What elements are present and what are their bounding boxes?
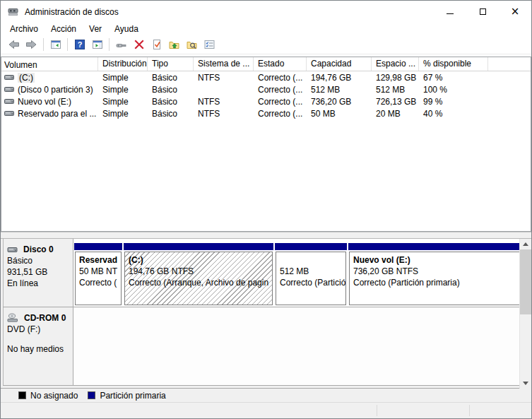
help-icon: ? bbox=[74, 39, 85, 50]
partition-reservado[interactable]: Reservad 50 MB NT Correcto ( bbox=[74, 243, 122, 305]
folder-up-button[interactable] bbox=[166, 37, 182, 52]
cell-distribucion: Simple bbox=[98, 109, 148, 119]
volume-list-pane: Volumen Distribución Tipo Sistema de ...… bbox=[1, 57, 531, 232]
cell-distribucion: Simple bbox=[98, 73, 148, 83]
close-icon: × bbox=[511, 6, 520, 17]
volume-row-reservado[interactable]: Reservado para el ... Simple Básico NTFS… bbox=[1, 107, 531, 119]
volume-row-e[interactable]: Nuevo vol (E:) Simple Básico NTFS Correc… bbox=[1, 95, 531, 107]
cell-capacidad: 736,20 GB bbox=[307, 97, 372, 107]
volume-icon bbox=[4, 110, 14, 117]
folder-up-icon bbox=[168, 39, 180, 50]
show-action-pane-button[interactable] bbox=[89, 37, 105, 52]
volume-row-c[interactable]: (C:) Simple Básico NTFS Correcto (... 19… bbox=[1, 71, 531, 83]
volume-row-particion3[interactable]: (Disco 0 partición 3) Simple Básico Corr… bbox=[1, 83, 531, 95]
cell-distribucion: Simple bbox=[98, 97, 148, 107]
folder-search-button[interactable] bbox=[184, 37, 200, 52]
console-tree-icon bbox=[50, 39, 61, 50]
action-pane-icon bbox=[92, 39, 103, 50]
disk0-partitions: Reservad 50 MB NT Correcto ( (C:) 194,76… bbox=[73, 239, 521, 307]
cell-estado: Correcto (... bbox=[254, 85, 307, 95]
cdrom-media-area[interactable] bbox=[73, 307, 519, 385]
delete-button[interactable] bbox=[131, 37, 147, 52]
minimize-button[interactable] bbox=[434, 1, 466, 23]
cell-espacio: 726,13 GB bbox=[372, 97, 419, 107]
folder-search-icon bbox=[186, 39, 198, 50]
toolbar-separator bbox=[109, 38, 110, 51]
scroll-up-button[interactable] bbox=[520, 239, 532, 249]
statusbar-separator bbox=[377, 405, 377, 416]
scrollbar-thumb[interactable] bbox=[520, 249, 532, 314]
pane-splitter[interactable] bbox=[1, 232, 531, 238]
disk-management-window: Administración de discos × Archivo Acció… bbox=[0, 0, 532, 419]
maximize-button[interactable] bbox=[466, 1, 499, 23]
column-header-filler bbox=[488, 57, 531, 71]
scrollbar-track[interactable] bbox=[520, 249, 532, 378]
column-header-distribucion[interactable]: Distribución bbox=[98, 57, 148, 71]
check-document-button[interactable] bbox=[148, 37, 165, 52]
column-header-volumen[interactable]: Volumen bbox=[1, 57, 98, 71]
volume-list-header: Volumen Distribución Tipo Sistema de ...… bbox=[1, 57, 531, 71]
volume-icon bbox=[4, 74, 14, 81]
cdrom-label[interactable]: CD-ROM 0 DVD (F:) No hay medios bbox=[3, 307, 73, 385]
show-console-tree-button[interactable] bbox=[47, 37, 64, 52]
vertical-scrollbar bbox=[519, 239, 531, 389]
column-header-sistema[interactable]: Sistema de ... bbox=[194, 57, 254, 71]
cdrom-type: DVD (F:) bbox=[7, 324, 70, 335]
partition-color-bar bbox=[275, 243, 347, 250]
back-icon bbox=[8, 39, 20, 50]
menu-ayuda[interactable]: Ayuda bbox=[108, 23, 145, 35]
caption-buttons: × bbox=[434, 1, 531, 23]
menu-bar: Archivo Acción Ver Ayuda bbox=[1, 23, 531, 35]
disk0-label[interactable]: Disco 0 Básico 931,51 GB En línea bbox=[3, 239, 73, 307]
back-button[interactable] bbox=[6, 37, 22, 52]
cdrom-status: No hay medios bbox=[7, 343, 70, 355]
disk-icon bbox=[7, 247, 18, 253]
forward-button[interactable] bbox=[23, 37, 40, 52]
cell-tipo: Básico bbox=[148, 73, 194, 83]
delete-icon bbox=[134, 39, 145, 50]
forward-icon bbox=[25, 39, 37, 50]
volume-name: Reservado para el ... bbox=[18, 109, 96, 119]
partition-c[interactable]: (C:) 194,76 GB NTFS Correcto (Arranque, … bbox=[124, 243, 273, 305]
cell-estado: Correcto (... bbox=[254, 109, 307, 119]
disk-graphical-pane: Disco 0 Básico 931,51 GB En línea Reserv… bbox=[1, 238, 531, 388]
column-header-disponible[interactable]: % disponible bbox=[419, 57, 488, 71]
partition-512mb[interactable]: 512 MB Correcto (Partició bbox=[275, 243, 347, 305]
column-header-capacidad[interactable]: Capacidad bbox=[307, 57, 372, 71]
help-button[interactable]: ? bbox=[71, 37, 88, 52]
menu-ver[interactable]: Ver bbox=[83, 23, 108, 35]
status-bar bbox=[1, 402, 531, 418]
column-header-espacio[interactable]: Espacio ... bbox=[372, 57, 419, 71]
column-header-tipo[interactable]: Tipo bbox=[148, 57, 194, 71]
scroll-up-icon bbox=[523, 242, 528, 246]
partition-e[interactable]: Nuevo vol (E:) 736,20 GB NTFS Correcto (… bbox=[348, 243, 521, 305]
cell-tipo: Básico bbox=[148, 97, 194, 107]
partition-size: 194,76 GB NTFS bbox=[129, 266, 272, 277]
statusbar-separator bbox=[469, 405, 470, 416]
disk0-type: Básico bbox=[7, 255, 70, 266]
tools-button[interactable] bbox=[113, 37, 129, 52]
window-title: Administración de discos bbox=[25, 7, 119, 17]
cell-tipo: Básico bbox=[148, 109, 194, 119]
menu-accion[interactable]: Acción bbox=[45, 23, 83, 35]
toolbar: ? bbox=[1, 35, 531, 54]
cell-capacidad: 194,76 GB bbox=[307, 73, 372, 83]
check-document-icon bbox=[151, 39, 162, 50]
cell-capacidad: 512 MB bbox=[307, 85, 372, 95]
tools-icon bbox=[115, 39, 127, 50]
column-header-estado[interactable]: Estado bbox=[254, 57, 307, 71]
cell-disponible: 99 % bbox=[419, 97, 488, 107]
partition-status: Correcto ( bbox=[79, 277, 121, 288]
properties-list-button[interactable] bbox=[201, 37, 218, 52]
volume-icon bbox=[4, 86, 14, 93]
partition-status: Correcto (Partición primaria) bbox=[353, 277, 519, 288]
menu-archivo[interactable]: Archivo bbox=[4, 23, 45, 35]
cell-espacio: 512 MB bbox=[372, 85, 419, 95]
volume-name: (Disco 0 partición 3) bbox=[18, 85, 93, 95]
scroll-down-button[interactable] bbox=[520, 378, 532, 389]
cell-espacio: 129,98 GB bbox=[372, 73, 419, 83]
cell-disponible: 40 % bbox=[419, 109, 488, 119]
scroll-down-icon bbox=[523, 382, 528, 385]
volume-icon bbox=[4, 98, 14, 105]
close-button[interactable]: × bbox=[499, 1, 531, 23]
